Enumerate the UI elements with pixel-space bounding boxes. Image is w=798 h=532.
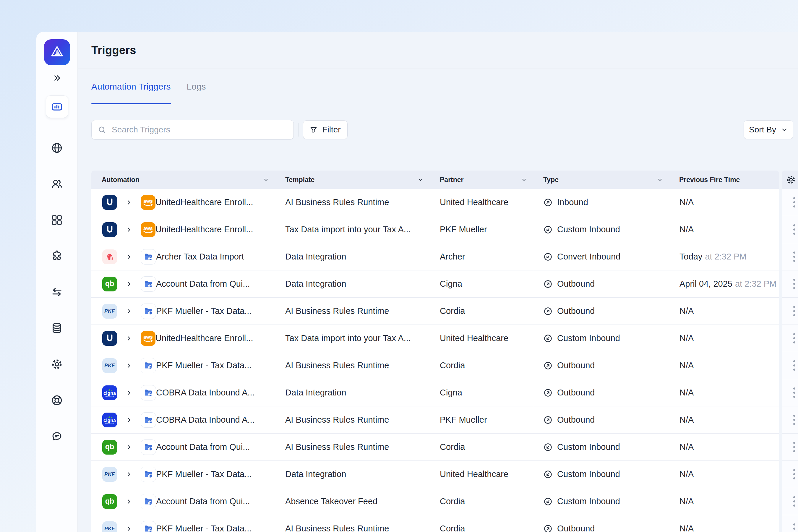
expand-row-chevron-icon[interactable]	[126, 254, 132, 260]
table-row[interactable]: qb Account Data from Qui... Absence Take…	[91, 488, 779, 515]
automation-name: PKF Mueller - Tax Data...	[156, 361, 251, 370]
fire-time-main: N/A	[680, 225, 694, 234]
table-row[interactable]: PKF PKF Mueller - Tax Data... AI Busines…	[91, 515, 779, 532]
automation-cell: PKF PKF Mueller - Tax Data...	[91, 352, 275, 379]
sidebar-item-support[interactable]	[51, 394, 63, 406]
row-menu-kebab-icon[interactable]	[793, 524, 795, 532]
template-cell: AI Business Rules Runtime	[275, 406, 430, 433]
column-header-automation[interactable]: Automation	[91, 171, 275, 189]
table-row[interactable]: PKF PKF Mueller - Tax Data... AI Busines…	[91, 352, 779, 379]
expand-row-chevron-icon[interactable]	[126, 471, 132, 477]
sort-chevron-icon[interactable]	[521, 177, 527, 183]
row-menu-kebab-icon[interactable]	[793, 333, 795, 343]
table-row[interactable]: cignahealthcare COBRA Data Inbound A... …	[91, 379, 779, 406]
row-menu-kebab-icon[interactable]	[793, 306, 795, 316]
expand-row-chevron-icon[interactable]	[126, 526, 132, 532]
pkf-logo-icon: PKF	[102, 467, 117, 482]
table-settings-header[interactable]	[782, 171, 798, 189]
sidebar-item-users[interactable]	[51, 178, 63, 190]
row-menu-kebab-icon[interactable]	[793, 251, 795, 262]
fire-time-detail: at 2:32 PM	[705, 252, 746, 262]
table-row[interactable]: aws UnitedHealthcare Enroll... AI Busine…	[91, 189, 779, 216]
expand-row-chevron-icon[interactable]	[126, 390, 132, 396]
row-menu-kebab-icon[interactable]	[793, 279, 795, 289]
sort-chevron-icon[interactable]	[418, 177, 423, 183]
tab-automation-triggers[interactable]: Automation Triggers	[91, 81, 171, 92]
collapse-sidebar-icon[interactable]	[53, 73, 61, 83]
sidebar-item-database[interactable]	[51, 322, 63, 334]
fire-time-main: N/A	[680, 469, 694, 479]
row-menu-kebab-icon[interactable]	[793, 415, 795, 425]
partner-cell: Cigna	[430, 379, 533, 406]
table-row[interactable]: aws UnitedHealthcare Enroll... Tax Data …	[91, 216, 779, 243]
data-integration-template-icon	[141, 521, 156, 532]
column-header-template[interactable]: Template	[275, 171, 430, 189]
table-row[interactable]: qb Account Data from Qui... AI Business …	[91, 434, 779, 461]
table-row[interactable]: PKF PKF Mueller - Tax Data... Data Integ…	[91, 461, 779, 488]
table-row[interactable]: aws UnitedHealthcare Enroll... Tax Data …	[91, 325, 779, 352]
gear-icon[interactable]	[786, 175, 796, 185]
table-row[interactable]: cignahealthcare COBRA Data Inbound A... …	[91, 406, 779, 434]
expand-row-chevron-icon[interactable]	[126, 444, 132, 450]
sidebar-item-feedback[interactable]	[51, 430, 63, 442]
expand-row-chevron-icon[interactable]	[126, 499, 132, 505]
table-row[interactable]: Archer Tax Data Import Data Integration …	[91, 243, 779, 270]
expand-row-chevron-icon[interactable]	[126, 227, 132, 233]
column-header-type[interactable]: Type	[533, 171, 669, 189]
expand-row-chevron-icon[interactable]	[126, 200, 132, 205]
unitedhealthcare-logo-icon	[102, 222, 117, 237]
template-cell: Data Integration	[275, 379, 430, 406]
column-header-partner[interactable]: Partner	[430, 171, 533, 189]
sidebar-item-integrations[interactable]	[51, 250, 63, 262]
type-label: Inbound	[557, 197, 588, 207]
search-box[interactable]	[91, 120, 294, 139]
type-cell: Outbound	[533, 406, 669, 433]
template-cell: AI Business Rules Runtime	[275, 352, 430, 379]
search-input[interactable]	[111, 125, 288, 135]
app-logo[interactable]	[44, 39, 70, 65]
type-label: Outbound	[557, 388, 595, 398]
table-row[interactable]: qb Account Data from Qui... Data Integra…	[91, 270, 779, 298]
row-menu-kebab-icon[interactable]	[793, 224, 795, 235]
expand-row-chevron-icon[interactable]	[126, 363, 132, 368]
table-row[interactable]: PKF PKF Mueller - Tax Data... AI Busines…	[91, 298, 779, 325]
sidebar-item-analytics[interactable]	[46, 95, 68, 118]
actions-row	[782, 216, 798, 243]
template-cell: Tax Data import into your Tax A...	[275, 325, 430, 352]
sidebar-item-globe[interactable]	[51, 141, 63, 154]
sort-chevron-icon[interactable]	[263, 177, 269, 183]
expand-row-chevron-icon[interactable]	[126, 336, 132, 341]
filter-button[interactable]: Filter	[303, 120, 347, 139]
previous-fire-time-cell: N/A	[669, 189, 779, 216]
sidebar-item-settings[interactable]	[51, 358, 63, 370]
column-header-previous-fire-time[interactable]: Previous Fire Time	[669, 171, 779, 189]
type-cell: Outbound	[533, 352, 669, 379]
row-menu-kebab-icon[interactable]	[793, 360, 795, 370]
automation-cell: qb Account Data from Qui...	[91, 270, 275, 297]
sidebar-item-transfers[interactable]	[51, 286, 63, 298]
row-menu-kebab-icon[interactable]	[793, 387, 795, 398]
outbound-arrow-icon	[544, 388, 552, 397]
sidebar	[36, 32, 78, 532]
inbound-arrow-icon	[544, 252, 552, 261]
expand-row-chevron-icon[interactable]	[126, 308, 132, 314]
data-integration-template-icon	[141, 385, 156, 400]
fire-time-main: N/A	[680, 197, 694, 207]
fire-time-main: N/A	[680, 388, 694, 398]
sidebar-item-apps[interactable]	[51, 214, 63, 226]
template-cell: Absence Takeover Feed	[275, 488, 430, 515]
row-menu-kebab-icon[interactable]	[793, 496, 795, 507]
tab-logs[interactable]: Logs	[187, 81, 206, 92]
row-menu-kebab-icon[interactable]	[793, 197, 795, 208]
expand-row-chevron-icon[interactable]	[126, 417, 132, 423]
row-menu-kebab-icon[interactable]	[793, 442, 795, 452]
row-menu-kebab-icon[interactable]	[793, 469, 795, 479]
inbound-arrow-icon	[544, 225, 552, 234]
expand-row-chevron-icon[interactable]	[126, 281, 132, 287]
automation-cell: PKF PKF Mueller - Tax Data...	[91, 298, 275, 324]
page-title: Triggers	[91, 44, 136, 57]
type-label: Custom Inbound	[557, 496, 620, 506]
sort-chevron-icon[interactable]	[657, 177, 663, 183]
sort-by-button[interactable]: Sort By	[744, 120, 793, 139]
type-label: Outbound	[557, 306, 595, 316]
